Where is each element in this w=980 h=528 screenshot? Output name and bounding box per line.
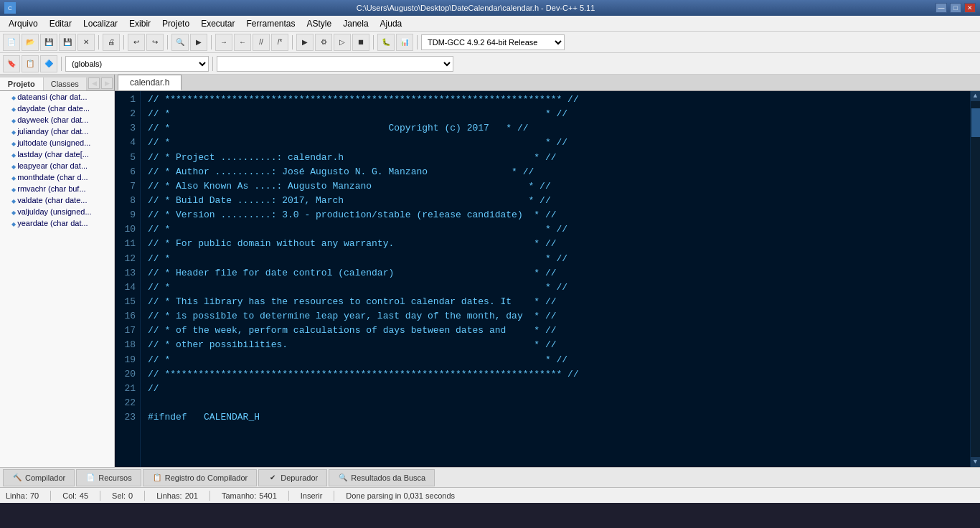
menu-arquivo[interactable]: Arquivo (3, 17, 44, 30)
compile-run-button[interactable]: ▶ (296, 34, 314, 51)
scroll-down[interactable]: ▼ (971, 457, 981, 467)
class-button[interactable]: 🔷 (40, 55, 57, 72)
menu-exibir[interactable]: Exibir (123, 17, 156, 30)
title-bar: C C:\Users\Augusto\Desktop\DateCalendar\… (0, 0, 980, 16)
left-panel-nav: ◀ ▶ (87, 76, 114, 90)
tab-area: Projeto Classes ◀ ▶ calendar.h (0, 75, 980, 91)
save-button[interactable]: 💾 (40, 34, 57, 51)
status-bar: Linha: 70 Col: 45 Sel: 0 Linhas: 201 Tam… (0, 487, 980, 503)
status-sep2 (100, 491, 100, 501)
tab-recursos[interactable]: 📄 Recursos (76, 469, 141, 486)
sidebar-item-daydate[interactable]: daydate (char date... (0, 103, 114, 114)
unindent-button[interactable]: ← (234, 34, 251, 51)
sidebar-items: dateansi (char dat... daydate (char date… (0, 91, 114, 229)
busca-icon: 🔍 (338, 473, 348, 483)
sidebar-item-leapyear[interactable]: leapyear (char dat... (0, 160, 114, 171)
status-insert: Inserir (301, 491, 323, 500)
new-button[interactable]: 📄 (3, 34, 20, 51)
status-msg: Done parsing in 0,031 seconds (346, 491, 455, 500)
tab-classes[interactable]: Classes (44, 77, 88, 90)
sidebar-item-lastday[interactable]: lastday (char date[... (0, 148, 114, 160)
compiler-select[interactable]: TDM-GCC 4.9.2 64-bit Release (421, 34, 565, 50)
sep7 (417, 35, 418, 50)
line-numbers: 12345 678910 1112131415 1617181920 21222… (115, 91, 141, 467)
sidebar-item-dayweek[interactable]: dayweek (char dat... (0, 114, 114, 126)
print-button[interactable]: 🖨 (103, 34, 120, 51)
toggle-comment-button[interactable]: // (253, 34, 270, 51)
tab-compilador[interactable]: 🔨 Compilador (3, 469, 75, 486)
window-controls: — □ ✕ (936, 3, 976, 13)
scroll-track[interactable] (971, 101, 981, 457)
bookmark-button[interactable]: 🔖 (3, 55, 20, 72)
sidebar-item-monthdate[interactable]: monthdate (char d... (0, 171, 114, 183)
sidebar-item-rmvachr[interactable]: rmvachr (char buf... (0, 183, 114, 194)
sidebar-item-jultodate[interactable]: jultodate (unsigned... (0, 137, 114, 148)
code-content[interactable]: // *************************************… (141, 91, 970, 467)
status-sep6 (334, 491, 334, 501)
redo-button[interactable]: ↪ (146, 34, 164, 51)
sidebar-item-julianday[interactable]: julianday (char dat... (0, 126, 114, 137)
compilador-icon: 🔨 (12, 473, 22, 483)
tab-busca[interactable]: 🔍 Resultados da Busca (329, 469, 435, 486)
recursos-icon: 📄 (85, 473, 95, 483)
scroll-thumb[interactable] (971, 108, 980, 137)
undo-button[interactable]: ↩ (128, 34, 145, 51)
profile-button[interactable]: 📊 (396, 34, 413, 51)
tab-registro[interactable]: 📋 Registro do Compilador (143, 469, 258, 486)
status-col: Col: 45 (62, 491, 88, 500)
app-icon: C (4, 2, 16, 14)
menu-ajuda[interactable]: Ajuda (374, 17, 408, 30)
symbol-select[interactable] (217, 56, 453, 72)
menu-executar[interactable]: Executar (195, 17, 240, 30)
tab-calendar-h[interactable]: calendar.h (118, 75, 182, 90)
compile-button[interactable]: ⚙ (315, 34, 332, 51)
tab-depurador[interactable]: ✔ Depurador (258, 469, 327, 486)
left-panel-tab-area: Projeto Classes ◀ ▶ (0, 75, 115, 90)
menu-localizar[interactable]: Localizar (77, 17, 123, 30)
scroll-up[interactable]: ▲ (971, 91, 981, 101)
sep3 (167, 35, 168, 50)
main-area: dateansi (char dat... daydate (char date… (0, 91, 980, 467)
sep8 (61, 57, 62, 71)
sidebar-item-valdate[interactable]: valdate (char date... (0, 194, 114, 206)
menu-projeto[interactable]: Projeto (156, 17, 195, 30)
status-sep3 (144, 491, 145, 501)
stop-button[interactable]: ⏹ (352, 34, 369, 51)
run-button[interactable]: ▷ (334, 34, 351, 51)
status-sep5 (288, 491, 289, 501)
sidebar-item-valjulday[interactable]: valjulday (unsigned... (0, 206, 114, 217)
registro-icon: 📋 (152, 473, 162, 483)
menu-bar: Arquivo Editar Localizar Exibir Projeto … (0, 16, 980, 32)
sidebar-item-yeardate[interactable]: yeardate (char dat... (0, 217, 114, 229)
nav-next[interactable]: ▶ (101, 77, 113, 89)
nav-prev[interactable]: ◀ (88, 77, 100, 89)
tab-projeto[interactable]: Projeto (0, 77, 44, 90)
indent-button[interactable]: → (215, 34, 232, 51)
status-sel: Sel: 0 (112, 491, 133, 500)
scope-select[interactable]: (globals) (65, 56, 209, 72)
debug-button[interactable]: 🐛 (377, 34, 395, 51)
window-title: C:\Users\Augusto\Desktop\DateCalendar\ca… (16, 4, 936, 12)
toolbar2: 🔖 📋 🔷 (globals) (0, 53, 980, 75)
menu-janela[interactable]: Janela (337, 17, 374, 30)
sep9 (212, 57, 213, 71)
menu-ferramentas[interactable]: Ferramentas (240, 17, 301, 30)
editor: 12345 678910 1112131415 1617181920 21222… (115, 91, 980, 467)
bottom-tabs: 🔨 Compilador 📄 Recursos 📋 Registro do Co… (0, 467, 980, 487)
close-button[interactable]: ✕ (964, 3, 976, 13)
open-button[interactable]: 📂 (22, 34, 39, 51)
left-panel: dateansi (char dat... daydate (char date… (0, 91, 115, 467)
block-comment-button[interactable]: /* (271, 34, 288, 51)
save-all-button[interactable]: 💾 (59, 34, 76, 51)
sep1 (98, 35, 99, 50)
menu-editar[interactable]: Editar (44, 17, 77, 30)
resource-button[interactable]: 📋 (22, 55, 39, 72)
find-next-button[interactable]: ▶ (190, 34, 207, 51)
menu-astyle[interactable]: AStyle (301, 17, 338, 30)
find-button[interactable]: 🔍 (171, 34, 189, 51)
close-file-button[interactable]: ✕ (77, 34, 95, 51)
maximize-button[interactable]: □ (950, 3, 961, 13)
sep5 (292, 35, 293, 50)
minimize-button[interactable]: — (936, 3, 947, 13)
sidebar-item-dateansi[interactable]: dateansi (char dat... (0, 91, 114, 103)
